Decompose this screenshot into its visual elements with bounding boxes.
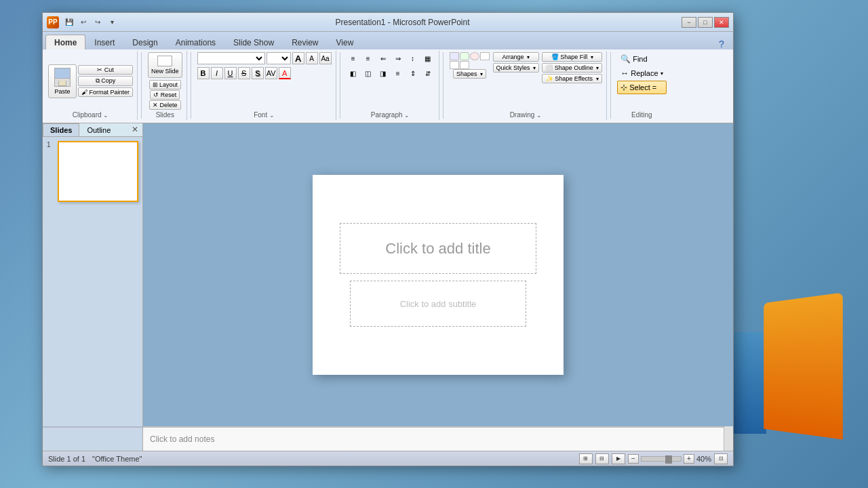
decrease-indent-button[interactable]: ⇐ bbox=[376, 52, 390, 64]
slides-group-label: Slides bbox=[148, 110, 182, 119]
select-button[interactable]: ⊹ Select = bbox=[617, 81, 666, 94]
tab-view[interactable]: View bbox=[328, 35, 363, 49]
font-color-button[interactable]: A bbox=[279, 67, 291, 79]
drawing-expand-icon[interactable]: ⌄ bbox=[536, 112, 542, 119]
font-size-select[interactable] bbox=[267, 52, 291, 64]
delete-icon: ✕ bbox=[153, 102, 158, 108]
font-expand-icon[interactable]: ⌄ bbox=[269, 112, 275, 119]
strikethrough-button[interactable]: S bbox=[238, 67, 250, 79]
slide-title-placeholder[interactable]: Click to add title bbox=[340, 223, 536, 274]
para-row-1: ≡ ≡ ⇐ ⇒ ↕ ▦ bbox=[347, 52, 435, 64]
shadow-button[interactable]: S bbox=[252, 67, 264, 79]
clear-format-button[interactable]: Aa bbox=[319, 52, 332, 64]
separator-4 bbox=[443, 52, 443, 119]
zoom-out-button[interactable]: − bbox=[628, 454, 639, 464]
replace-button[interactable]: ↔ Replace ▾ bbox=[617, 66, 666, 80]
paragraph-expand-icon[interactable]: ⌄ bbox=[404, 112, 410, 119]
shapes-dropdown-button[interactable]: Shapes bbox=[453, 69, 486, 79]
separator-2 bbox=[191, 52, 191, 119]
slide-1-number: 1 bbox=[47, 141, 55, 148]
shape-oval[interactable] bbox=[470, 52, 479, 60]
notes-area[interactable]: Click to add notes bbox=[143, 426, 724, 451]
increase-indent-button[interactable]: ⇒ bbox=[391, 52, 405, 64]
minimize-button[interactable]: − bbox=[682, 17, 696, 28]
redo-quick-btn[interactable]: ↪ bbox=[92, 17, 104, 28]
char-spacing-button[interactable]: AV bbox=[265, 67, 277, 79]
shape-arrow[interactable] bbox=[450, 61, 459, 69]
slideshow-button[interactable]: ▶ bbox=[612, 453, 625, 464]
bullets-button[interactable]: ≡ bbox=[347, 52, 360, 64]
underline-button[interactable]: U bbox=[224, 67, 237, 79]
text-direction-button[interactable]: ⇕ bbox=[406, 67, 420, 79]
shape-rect[interactable] bbox=[450, 52, 459, 60]
tab-slideshow[interactable]: Slide Show bbox=[224, 35, 283, 49]
zoom-in-button[interactable]: + bbox=[684, 454, 694, 464]
clipboard-small-buttons: ✂ Cut ⧉ Copy 🖌 Format Painter bbox=[78, 65, 133, 97]
delete-button[interactable]: ✕ Delete bbox=[149, 100, 181, 110]
undo-quick-btn[interactable]: ↩ bbox=[77, 17, 90, 28]
slide-1-thumbnail[interactable] bbox=[58, 141, 138, 202]
font-group-label: Font ⌄ bbox=[197, 110, 332, 119]
maximize-button[interactable]: □ bbox=[698, 17, 713, 28]
title-bar: PP 💾 ↩ ↪ ▾ Presentation1 - Microsoft Pow… bbox=[43, 13, 733, 32]
slides-tab[interactable]: Slides bbox=[43, 123, 79, 136]
columns-button[interactable]: ▦ bbox=[421, 52, 435, 64]
ribbon-content: Paste ✂ Cut ⧉ Copy 🖌 Format bbox=[43, 49, 733, 123]
tab-insert[interactable]: Insert bbox=[85, 35, 123, 49]
tab-animations[interactable]: Animations bbox=[167, 35, 224, 49]
ribbon-help-btn[interactable]: ? bbox=[715, 39, 728, 49]
notes-placeholder: Click to add notes bbox=[150, 434, 214, 444]
align-right-button[interactable]: ◨ bbox=[376, 67, 390, 79]
quick-styles-button[interactable]: Quick Styles bbox=[493, 63, 540, 73]
align-center-button[interactable]: ◫ bbox=[361, 67, 375, 79]
font-name-select[interactable] bbox=[197, 52, 265, 64]
window-controls: − □ ✕ bbox=[682, 17, 729, 28]
format-painter-button[interactable]: 🖌 Format Painter bbox=[78, 87, 133, 97]
shape-fill-button[interactable]: 🪣 Shape Fill bbox=[542, 52, 602, 62]
paste-button[interactable]: Paste bbox=[48, 64, 77, 98]
paste-icon bbox=[54, 68, 71, 87]
arrange-button[interactable]: Arrange bbox=[493, 52, 540, 62]
slide-subtitle-placeholder[interactable]: Click to add subtitle bbox=[350, 281, 526, 327]
layout-button[interactable]: ⊞ Layout bbox=[149, 80, 182, 89]
shape-triangle[interactable] bbox=[480, 52, 490, 60]
find-button[interactable]: 🔍 Find bbox=[617, 52, 666, 66]
align-text-button[interactable]: ⇵ bbox=[421, 67, 435, 79]
zoom-slider[interactable] bbox=[641, 456, 682, 462]
slide-canvas: Click to add title Click to add subtitle bbox=[313, 175, 564, 375]
tab-home[interactable]: Home bbox=[45, 35, 85, 49]
customize-quick-btn[interactable]: ▾ bbox=[106, 17, 118, 28]
tab-design[interactable]: Design bbox=[123, 35, 166, 49]
clipboard-expand-icon[interactable]: ⌄ bbox=[103, 112, 108, 119]
line-spacing-button[interactable]: ↕ bbox=[406, 52, 420, 64]
group-slides: New Slide ⊞ Layout ↺ Reset ✕ Delete bbox=[145, 51, 187, 120]
zoom-thumb[interactable] bbox=[665, 455, 672, 464]
shape-callout[interactable] bbox=[460, 61, 469, 69]
shape-rounded[interactable] bbox=[460, 52, 469, 60]
normal-view-button[interactable]: ⊞ bbox=[579, 453, 593, 464]
outline-tab[interactable]: Outline bbox=[79, 123, 118, 136]
justify-button[interactable]: ≡ bbox=[391, 67, 405, 79]
shrink-font-button[interactable]: A bbox=[306, 52, 318, 64]
slide-sorter-button[interactable]: ⊟ bbox=[595, 453, 609, 464]
new-slide-button[interactable]: New Slide bbox=[148, 52, 182, 78]
fit-window-button[interactable]: ⊡ bbox=[714, 453, 728, 464]
numbering-button[interactable]: ≡ bbox=[361, 52, 375, 64]
reset-icon: ↺ bbox=[153, 92, 159, 98]
shape-effects-button[interactable]: ✨ Shape Effects bbox=[542, 74, 602, 83]
italic-button[interactable]: I bbox=[211, 67, 223, 79]
close-button[interactable]: ✕ bbox=[714, 17, 729, 28]
notes-scrollbar[interactable] bbox=[724, 426, 733, 451]
bold-button[interactable]: B bbox=[197, 67, 210, 79]
layout-icon: ⊞ bbox=[153, 81, 158, 88]
copy-button[interactable]: ⧉ Copy bbox=[78, 76, 133, 86]
grow-font-button[interactable]: A bbox=[292, 52, 304, 64]
align-left-button[interactable]: ◧ bbox=[347, 67, 360, 79]
save-quick-btn[interactable]: 💾 bbox=[63, 17, 75, 28]
reset-button[interactable]: ↺ Reset bbox=[150, 90, 180, 100]
close-panel-button[interactable]: ✕ bbox=[127, 123, 142, 136]
cut-button[interactable]: ✂ Cut bbox=[78, 65, 133, 75]
tab-review[interactable]: Review bbox=[283, 35, 327, 49]
slides-panel: Slides Outline ✕ 1 bbox=[43, 123, 143, 426]
shape-outline-button[interactable]: ⬜ Shape Outline bbox=[542, 63, 602, 73]
